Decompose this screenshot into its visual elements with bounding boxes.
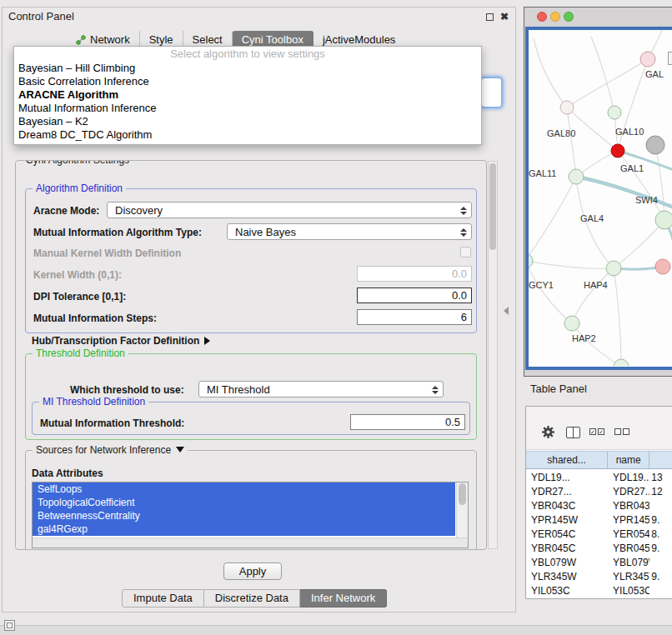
columns-icon[interactable] bbox=[566, 427, 580, 438]
algorithm-option-bayesian-k2[interactable]: Bayesian – K2 bbox=[14, 115, 481, 128]
table-row[interactable]: YDR27...YDR27...12 bbox=[526, 485, 672, 499]
unchecked-box-icon bbox=[614, 428, 621, 435]
table-cell: 9. bbox=[649, 542, 672, 556]
tab-discretize-data[interactable]: Discretize Data bbox=[204, 589, 300, 608]
manual-kernel-label: Manual Kernel Width Definition bbox=[33, 248, 181, 259]
manual-kernel-checkbox[interactable] bbox=[460, 247, 471, 258]
table-cell: YIL053C bbox=[608, 584, 649, 598]
table-cell: 9. bbox=[649, 570, 672, 584]
attribute-item-betweennesscentrality[interactable]: BetweennessCentrality bbox=[33, 509, 455, 522]
algorithm-option-dream8-dc-tdc-algorithm[interactable]: Dream8 DC_TDC Algorithm bbox=[14, 128, 481, 142]
node-label-gal11: GAL11 bbox=[529, 168, 556, 178]
algorithm-option-aracne-algorithm[interactable]: ARACNE Algorithm bbox=[14, 88, 481, 102]
table-row[interactable]: YPR145WYPR145W9. bbox=[526, 513, 672, 528]
float-window-icon[interactable] bbox=[486, 13, 494, 21]
table-row[interactable]: YDL19...YDL19...13 bbox=[526, 471, 672, 485]
node-pink-top[interactable] bbox=[640, 52, 655, 67]
node-swi4-green[interactable] bbox=[655, 211, 672, 229]
algorithm-option-bayesian-hill-climbing[interactable]: Bayesian – Hill Climbing bbox=[14, 62, 481, 75]
table-cell: YER054C bbox=[526, 528, 608, 542]
deselect-all-icon[interactable] bbox=[614, 428, 629, 435]
threshold-definition-group: Threshold Definition Which threshold to … bbox=[25, 353, 477, 440]
network-scrollbar-fragment[interactable]: ◂ bbox=[668, 52, 672, 65]
kernel-width-input[interactable] bbox=[357, 266, 472, 282]
algorithm-option-basic-correlation-inference[interactable]: Basic Correlation Inference bbox=[14, 75, 481, 88]
tab-infer-network[interactable]: Infer Network bbox=[300, 589, 387, 608]
attribute-item-selfloops[interactable]: SelfLoops bbox=[33, 482, 455, 496]
column-header-extra[interactable] bbox=[649, 452, 672, 468]
node-label-gal80: GAL80 bbox=[547, 128, 575, 138]
table-row[interactable]: YBR045CYBR045C9. bbox=[526, 542, 672, 556]
network-icon bbox=[76, 35, 86, 45]
data-attributes-list[interactable]: SelfLoopsTopologicalCoefficientBetweenne… bbox=[32, 482, 469, 548]
splitter-collapse-arrow[interactable] bbox=[504, 307, 509, 315]
table-cell: YLR345W bbox=[526, 570, 608, 584]
which-threshold-select[interactable]: MI Threshold bbox=[198, 381, 444, 398]
combo-arrows-icon bbox=[459, 207, 468, 217]
tab-impute-data[interactable]: Impute Data bbox=[122, 589, 204, 608]
tab-label: Style bbox=[149, 33, 173, 46]
table-panel-window: ✓✓ shared...name YDL19...YDL19...13YDR27… bbox=[525, 406, 672, 599]
table-cell: YBR043C bbox=[608, 499, 649, 513]
mi-threshold-label: Mutual Information Threshold: bbox=[40, 418, 184, 429]
node-pink-right[interactable] bbox=[655, 259, 670, 274]
scrollbar-thumb[interactable] bbox=[459, 483, 466, 505]
network-canvas[interactable]: GALGAL80GAL10GAL11GAL1SWI4GAL4GCY1HAP4HA… bbox=[525, 27, 672, 370]
mi-algorithm-type-select[interactable]: Naive Bayes bbox=[227, 223, 472, 240]
node-green-top[interactable] bbox=[608, 106, 621, 119]
hub-section-toggle[interactable]: Hub/Transcription Factor Definition bbox=[32, 335, 210, 347]
panel-toggle-icon[interactable] bbox=[4, 620, 15, 631]
column-header-name[interactable]: name bbox=[608, 452, 649, 468]
attributes-horizontal-scrollbar[interactable] bbox=[33, 538, 468, 548]
sources-group: Sources for Network Inference Data Attri… bbox=[25, 450, 477, 550]
gear-icon[interactable] bbox=[541, 425, 555, 442]
close-window-icon[interactable]: ✖ bbox=[500, 11, 509, 22]
table-cell: 9. bbox=[649, 513, 672, 528]
node-pale-left[interactable] bbox=[560, 101, 574, 114]
hub-section-label: Hub/Transcription Factor Definition bbox=[32, 335, 199, 347]
minimize-traffic-light[interactable] bbox=[550, 12, 560, 22]
table-row[interactable]: YER054CYER054C8. bbox=[526, 528, 672, 542]
table-body: YDL19...YDL19...13YDR27...YDR27...12YBR0… bbox=[526, 471, 672, 598]
table-row[interactable]: YIL053CYIL053C bbox=[526, 584, 672, 598]
table-cell: YPR145W bbox=[526, 513, 608, 528]
aracne-mode-select[interactable]: Discovery bbox=[107, 202, 472, 218]
node-gcy1-green[interactable] bbox=[529, 253, 533, 268]
dpi-tolerance-input[interactable] bbox=[357, 288, 472, 303]
settings-vertical-scrollbar[interactable] bbox=[488, 161, 498, 549]
which-threshold-value: MI Threshold bbox=[207, 383, 270, 396]
zoom-traffic-light[interactable] bbox=[564, 12, 574, 22]
network-node-labels: GALGAL80GAL10GAL11GAL1SWI4GAL4GCY1HAP4HA… bbox=[529, 69, 664, 343]
table-row[interactable]: YBL079WYBL079W bbox=[526, 556, 672, 570]
node-gal11-green[interactable] bbox=[569, 169, 584, 184]
attribute-item-topologicalcoefficient[interactable]: TopologicalCoefficient bbox=[33, 496, 455, 509]
column-header-shared[interactable]: shared... bbox=[526, 452, 608, 468]
table-cell: YER054C bbox=[608, 528, 649, 542]
algorithm-option-mutual-information-inference[interactable]: Mutual Information Inference bbox=[14, 102, 481, 115]
mi-threshold-input[interactable] bbox=[350, 414, 465, 430]
cyni-algorithm-settings-group: Cyni Algorithm Settings Algorithm Defini… bbox=[15, 160, 487, 550]
scrollbar-thumb[interactable] bbox=[489, 163, 496, 250]
collapse-arrow-icon bbox=[176, 447, 184, 452]
node-hap4-green[interactable] bbox=[606, 261, 621, 276]
sources-toggle[interactable]: Sources for Network Inference bbox=[33, 444, 188, 457]
which-threshold-label: Which threshold to use: bbox=[70, 384, 184, 396]
table-cell: YBL079W bbox=[608, 556, 649, 570]
mi-steps-input[interactable] bbox=[357, 309, 472, 325]
node-gal1-gray[interactable] bbox=[646, 136, 664, 154]
control-panel-title: Control Panel bbox=[8, 10, 74, 22]
apply-button[interactable]: Apply bbox=[223, 562, 282, 580]
table-row[interactable]: YLR345WYLR345W9. bbox=[526, 570, 672, 584]
focused-control-fragment[interactable] bbox=[480, 77, 503, 108]
table-cell: YDR27... bbox=[608, 485, 649, 499]
table-cell: YBR045C bbox=[608, 542, 649, 556]
node-gal10-red[interactable] bbox=[611, 144, 624, 158]
select-all-icon[interactable]: ✓✓ bbox=[589, 428, 604, 435]
checked-box-icon: ✓ bbox=[589, 428, 596, 435]
attribute-item-gal4rgexp[interactable]: gal4RGexp bbox=[33, 522, 455, 536]
node-hap2-green[interactable] bbox=[564, 316, 579, 331]
table-row[interactable]: YBR043CYBR043C bbox=[526, 499, 672, 513]
attributes-vertical-scrollbar[interactable] bbox=[456, 482, 468, 538]
close-traffic-light[interactable] bbox=[537, 12, 547, 22]
node-green-bottom[interactable] bbox=[614, 359, 629, 366]
